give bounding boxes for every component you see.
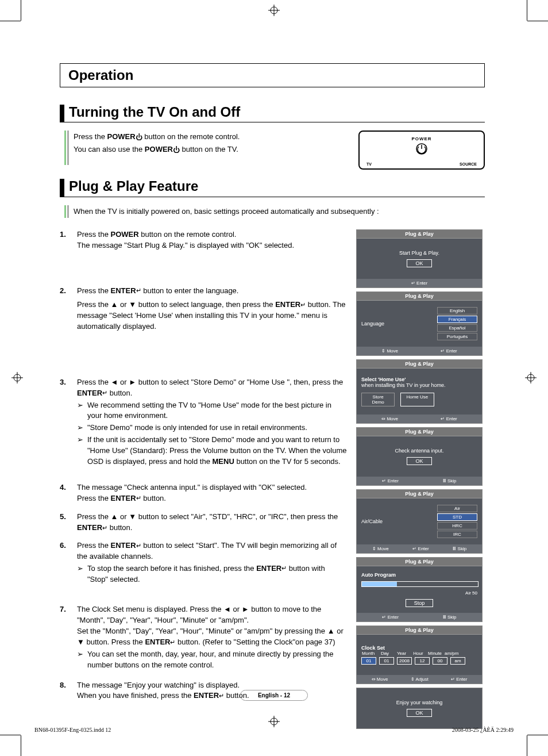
bullet-arrow-icon: ➢ bbox=[77, 563, 87, 585]
intro-text: When the TV is initially powered on, bas… bbox=[74, 207, 379, 216]
registration-mark-right bbox=[525, 372, 537, 383]
osd-screen: Plug & PlayAuto ProgramAir 50Stop↵ Enter… bbox=[356, 557, 483, 622]
step-item: 1.Press the POWER button on the remote c… bbox=[60, 229, 347, 251]
page-footer: English - 12 bbox=[0, 689, 548, 701]
power-icon bbox=[173, 145, 180, 153]
osd-screen: Plug & PlayLanguageEnglishFrançaisEspaño… bbox=[356, 291, 483, 356]
enter-icon bbox=[300, 300, 306, 309]
intro-line: You can also use the POWER button on the… bbox=[74, 143, 358, 156]
intro-line: Press the POWER button on the remote con… bbox=[74, 131, 358, 143]
step-item: 7.The Clock Set menu is displayed. Press… bbox=[60, 604, 347, 670]
registration-mark-top bbox=[268, 5, 280, 16]
osd-screen: Plug & PlayClock SetMonthDayYearHourMinu… bbox=[356, 625, 483, 684]
enter-icon bbox=[136, 541, 141, 550]
osd-screen: Plug & PlayAir/CableAirSTDHRCIRC⇕ Move↵ … bbox=[356, 489, 483, 554]
steps-list: 1.Press the POWER button on the remote c… bbox=[60, 229, 347, 701]
osd-screen: Plug & PlayStart Plug & Play.OK↵ Enter bbox=[356, 229, 483, 288]
step-item: 4.The message "Check antenna input." is … bbox=[60, 482, 347, 504]
enter-icon bbox=[102, 389, 107, 397]
enter-icon bbox=[136, 286, 141, 295]
remote-illustration: POWER TVSOURCE bbox=[358, 131, 485, 170]
print-metadata: BN68-01395F-Eng-0325.indd 12 2008-03-25 … bbox=[34, 727, 514, 733]
power-button-icon bbox=[415, 143, 428, 155]
enter-icon bbox=[136, 494, 141, 502]
bullet-arrow-icon: ➢ bbox=[77, 649, 87, 671]
step-item: 5.Press the ▲ or ▼ button to select "Air… bbox=[60, 512, 347, 534]
step-item: 2.Press the ENTER button to enter the la… bbox=[60, 286, 347, 332]
registration-mark-left bbox=[11, 372, 23, 383]
section-plug-play: Plug & Play Feature bbox=[60, 179, 485, 197]
bullet-arrow-icon: ➢ bbox=[77, 435, 87, 467]
step-item: 6.Press the ENTER button to select "Star… bbox=[60, 540, 347, 585]
step-item: 3.Press the ◄ or ► button to select "Sto… bbox=[60, 377, 347, 467]
bullet-arrow-icon: ➢ bbox=[77, 400, 87, 422]
osd-screen: Plug & PlayCheck antenna input.OK↵ Enter… bbox=[356, 427, 483, 486]
section-turning-tv: Turning the TV On and Off bbox=[60, 105, 485, 122]
enter-icon bbox=[102, 523, 107, 532]
chapter-title: Operation bbox=[60, 63, 485, 87]
bullet-arrow-icon: ➢ bbox=[77, 423, 87, 433]
power-icon bbox=[136, 132, 142, 141]
osd-screen: Plug & PlaySelect 'Home Use'when install… bbox=[356, 359, 483, 424]
